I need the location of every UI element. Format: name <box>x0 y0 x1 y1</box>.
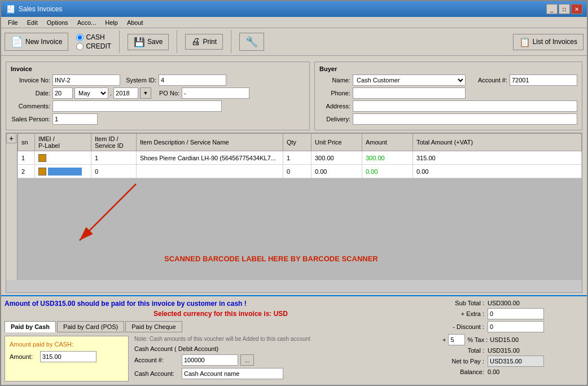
list-of-invoices-button[interactable]: 📋 List of Invoices <box>513 34 583 50</box>
discount-label: - Discount : <box>442 323 488 330</box>
cell-qty: 1 <box>283 151 311 165</box>
cash-payment-box: Amount paid by CASH: Amount: <box>5 336 129 381</box>
net-to-pay-row: Net to Pay : <box>442 356 583 367</box>
col-amount: Amount <box>362 134 413 151</box>
address-input[interactable] <box>353 100 577 112</box>
col-item-id: Item ID /Service ID <box>91 134 137 151</box>
cash-radio[interactable] <box>76 34 84 41</box>
buyer-section: Buyer Name: Cash Customer Account #: Pho… <box>314 62 582 130</box>
date-month-select[interactable]: May <box>74 87 108 99</box>
date-year-input[interactable] <box>113 87 138 99</box>
new-invoice-button[interactable]: 📄 New Invoice <box>5 33 68 51</box>
tax-rate-input[interactable] <box>448 334 465 345</box>
payment-tabs: Paid by Cash Paid by Card (POS) Paid by … <box>5 321 437 332</box>
bottom-section: Amount of USD315.00 should be paid for t… <box>1 295 587 385</box>
tab-paid-by-card[interactable]: Paid by Card (POS) <box>57 321 124 332</box>
browse-account-button[interactable]: ... <box>240 354 254 366</box>
date-picker-button[interactable]: ▼ <box>140 87 151 99</box>
extra-row: + Extra : <box>442 308 583 319</box>
col-description: Item Description / Service Name <box>137 134 283 151</box>
minimize-button[interactable]: _ <box>546 4 558 14</box>
discount-row: - Discount : <box>442 321 583 332</box>
menu-acco[interactable]: Acco... <box>73 18 101 27</box>
add-row-button[interactable]: + <box>6 133 16 143</box>
credit-radio[interactable] <box>76 43 84 50</box>
comments-input[interactable] <box>52 100 222 112</box>
po-no-input[interactable] <box>182 87 249 99</box>
tax-plus: + <box>442 336 446 343</box>
table-row[interactable]: 2 0 0 0.00 0.00 0.00 <box>18 165 582 178</box>
sub-total-row: Sub Total : USD300.00 <box>442 300 583 306</box>
amount-row: Amount: <box>10 351 124 362</box>
print-button[interactable]: 🖨 Print <box>185 34 223 50</box>
account-box: Note: Cash amounts of this voucher will … <box>134 336 437 381</box>
amount-input[interactable] <box>40 351 96 362</box>
extra-input[interactable] <box>488 308 544 319</box>
po-no-label: PO No: <box>153 90 179 97</box>
save-icon: 💾 <box>134 37 145 47</box>
tab-paid-by-cash[interactable]: Paid by Cash <box>5 321 56 332</box>
tax-row: + % Tax : USD15.00 <box>442 334 583 345</box>
total-label: Total : <box>442 347 488 354</box>
svg-line-1 <box>80 184 136 240</box>
totals-box: Sub Total : USD300.00 + Extra : - Discou… <box>442 300 583 381</box>
account-hash-input[interactable] <box>510 74 577 86</box>
col-qty: Qty <box>283 134 311 151</box>
payment-type-group: CASH CREDIT <box>76 33 111 50</box>
menu-options[interactable]: Options <box>42 18 73 27</box>
account-number-label: Account #: <box>134 357 179 363</box>
cell-imei <box>35 165 91 178</box>
account-number-input[interactable] <box>182 354 238 366</box>
cell-description: Shoes Pierre Cardian LH-90 (56456775434K… <box>137 151 283 165</box>
date-dot: . <box>110 90 112 97</box>
table-row[interactable]: 1 1 Shoes Pierre Cardian LH-90 (56456775… <box>18 151 582 165</box>
extra-label: + Extra : <box>442 310 488 317</box>
discount-input[interactable] <box>488 321 544 332</box>
account-hash-label: Account #: <box>468 77 507 84</box>
window-title: Sales Invoices <box>19 5 62 13</box>
menu-file[interactable]: File <box>3 18 23 27</box>
menu-about[interactable]: About <box>122 18 148 27</box>
col-sn: sn <box>18 134 35 151</box>
delivery-input[interactable] <box>353 113 577 125</box>
account-number-row: Account #: ... <box>134 354 437 366</box>
item-icon <box>38 154 46 162</box>
cell-amount: 0.00 <box>362 165 413 178</box>
col-unit-price: Unit Price <box>311 134 362 151</box>
cell-qty: 0 <box>283 165 311 178</box>
date-label: Date: <box>11 90 50 97</box>
settings-button[interactable]: 🔧 <box>239 33 264 51</box>
col-total: Total Amount (+VAT) <box>413 134 582 151</box>
items-table-container: + sn IMEI /P-Label Item ID /Service ID I… <box>6 133 582 293</box>
system-id-input[interactable] <box>159 74 226 86</box>
col-imei: IMEI /P-Label <box>35 134 91 151</box>
close-button[interactable]: ✕ <box>571 4 582 14</box>
barcode-arrow <box>51 178 164 257</box>
payment-area: Amount of USD315.00 should be paid for t… <box>5 300 437 381</box>
print-icon: 🖨 <box>191 37 200 47</box>
buyer-name-select[interactable]: Cash Customer <box>353 74 466 86</box>
menu-help[interactable]: Help <box>100 18 122 27</box>
buyer-name-label: Name: <box>319 77 350 84</box>
delivery-label: Delivery: <box>319 116 350 122</box>
system-id-label: System ID: <box>122 77 156 84</box>
menu-edit[interactable]: Edit <box>23 18 42 27</box>
sales-person-input[interactable] <box>52 113 98 125</box>
net-to-pay-input <box>488 356 544 367</box>
invoice-no-input[interactable] <box>52 74 120 86</box>
sub-total-label: Sub Total : <box>442 300 488 306</box>
date-day-input[interactable] <box>52 87 73 99</box>
cell-unit-price: 0.00 <box>311 165 362 178</box>
items-table: sn IMEI /P-Label Item ID /Service ID Ite… <box>17 133 582 178</box>
invoice-section-title: Invoice <box>11 65 305 72</box>
invoice-section: Invoice Invoice No: System ID: Date: May… <box>6 62 310 130</box>
cash-account-name-input[interactable] <box>182 368 283 379</box>
amount-notice: Amount of USD315.00 should be paid for t… <box>5 300 437 308</box>
save-button[interactable]: 💾 Save <box>128 34 169 50</box>
total-value: USD315.00 <box>488 347 544 354</box>
tab-paid-by-cheque[interactable]: Paid by Cheque <box>125 321 182 332</box>
maximize-button[interactable]: □ <box>559 4 570 14</box>
cell-item-id: 0 <box>91 165 137 178</box>
cell-amount: 300.00 <box>362 151 413 165</box>
phone-input[interactable] <box>353 87 466 99</box>
